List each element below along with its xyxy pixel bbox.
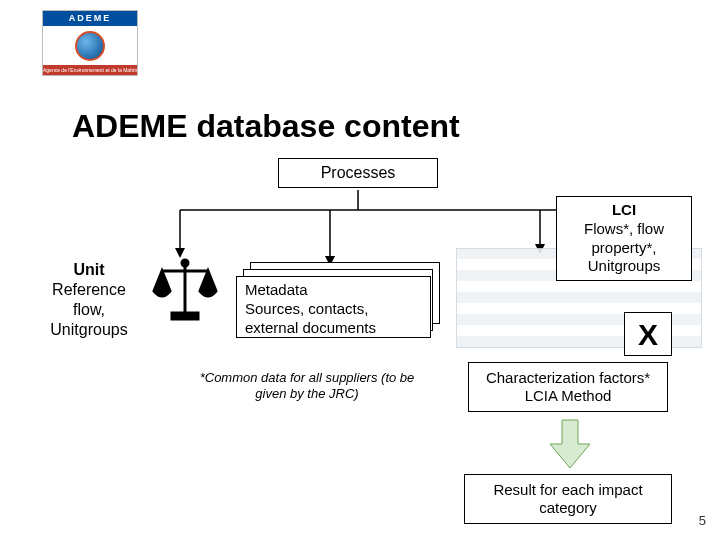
charf-line2: LCIA Method [475,387,661,405]
logo-globe-wrap [43,26,137,65]
characterization-factors-box: Characterization factors* LCIA Method [468,362,668,412]
logo-tagline: Agence de l'Environnement et de la Maîtr… [43,65,137,75]
svg-point-10 [182,260,188,266]
result-box: Result for each impact category [464,474,672,524]
ademe-logo: ADEME Agence de l'Environnement et de la… [42,10,138,76]
page-title: ADEME database content [72,108,460,145]
lci-heading: LCI [559,201,689,220]
lci-box: LCI Flows*, flow property*, Unitgroups [556,196,692,281]
unit-block: Unit Reference flow, Unitgroups [34,260,144,340]
footnote: *Common data for all suppliers (to be gi… [190,370,424,403]
logo-brand: ADEME [43,11,137,26]
charf-line1: Characterization factors* [475,369,661,387]
svg-rect-11 [172,313,198,319]
metadata-line2: Sources, contacts, external documents [245,300,422,338]
arrow-down-icon [548,418,592,474]
lci-body: Flows*, flow property*, Unitgroups [559,220,689,276]
slide: ADEME Agence de l'Environnement et de la… [0,0,720,540]
scales-icon [150,255,220,325]
processes-box: Processes [278,158,438,188]
unit-heading: Unit [34,260,144,280]
multiply-x-box: X [624,312,672,356]
metadata-front: Metadata Sources, contacts, external doc… [236,276,431,338]
unit-body: Reference flow, Unitgroups [34,280,144,340]
metadata-line1: Metadata [245,281,422,300]
page-number: 5 [699,513,706,528]
globe-icon [75,31,105,61]
